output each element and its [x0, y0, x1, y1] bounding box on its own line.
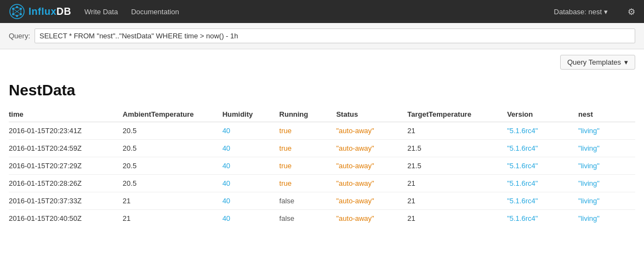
- cell-humidity: 40: [223, 210, 280, 227]
- table-header: time AmbientTemperature Humidity Running…: [9, 107, 635, 122]
- col-header-time: time: [9, 107, 123, 122]
- cell-target: 21: [407, 175, 507, 192]
- table-row: 2016-01-15T20:28:26Z 20.5 40 true "auto-…: [9, 175, 635, 192]
- cell-running: true: [280, 157, 337, 175]
- cell-ambient: 20.5: [123, 175, 223, 192]
- cell-version: "5.1.6rc4": [507, 122, 578, 140]
- cell-ambient: 20.5: [123, 157, 223, 175]
- cell-time: 2016-01-15T20:27:29Z: [9, 157, 123, 175]
- logo-text: InfluxDB: [29, 6, 71, 18]
- col-header-humidity: Humidity: [223, 107, 280, 122]
- cell-running: true: [280, 175, 337, 192]
- svg-line-13: [13, 9, 17, 12]
- col-header-version: Version: [507, 107, 578, 122]
- cell-ambient: 20.5: [123, 122, 223, 140]
- influxdb-logo[interactable]: InfluxDB: [9, 3, 71, 20]
- gear-icon[interactable]: ⚙: [628, 7, 635, 17]
- cell-version: "5.1.6rc4": [507, 192, 578, 210]
- cell-version: "5.1.6rc4": [507, 175, 578, 192]
- cell-status: "auto-away": [336, 157, 407, 175]
- table-row: 2016-01-15T20:37:33Z 21 40 false "auto-a…: [9, 192, 635, 210]
- cell-status: "auto-away": [336, 122, 407, 140]
- cell-target: 21: [407, 210, 507, 227]
- cell-nest: "living": [578, 122, 635, 140]
- cell-status: "auto-away": [336, 140, 407, 157]
- cell-nest: "living": [578, 175, 635, 192]
- cell-running: false: [280, 210, 337, 227]
- cell-time: 2016-01-15T20:37:33Z: [9, 192, 123, 210]
- result-title: NestData: [9, 82, 635, 99]
- query-templates-chevron: ▾: [624, 58, 628, 66]
- table-row: 2016-01-15T20:23:41Z 20.5 40 true "auto-…: [9, 122, 635, 140]
- cell-nest: "living": [578, 157, 635, 175]
- cell-version: "5.1.6rc4": [507, 157, 578, 175]
- cell-humidity: 40: [223, 175, 280, 192]
- cell-status: "auto-away": [336, 192, 407, 210]
- cell-humidity: 40: [223, 192, 280, 210]
- cell-nest: "living": [578, 140, 635, 157]
- main-content: NestData time AmbientTemperature Humidit…: [0, 73, 644, 227]
- cell-status: "auto-away": [336, 175, 407, 192]
- cell-time: 2016-01-15T20:24:59Z: [9, 140, 123, 157]
- col-header-ambient: AmbientTemperature: [123, 107, 223, 122]
- col-header-target: TargetTemperature: [407, 107, 507, 122]
- cell-running: false: [280, 192, 337, 210]
- table-body: 2016-01-15T20:23:41Z 20.5 40 true "auto-…: [9, 122, 635, 227]
- cell-target: 21.5: [407, 157, 507, 175]
- cell-ambient: 20.5: [123, 140, 223, 157]
- cell-running: true: [280, 140, 337, 157]
- cell-time: 2016-01-15T20:40:50Z: [9, 210, 123, 227]
- col-header-running: Running: [280, 107, 337, 122]
- svg-line-16: [17, 12, 21, 14]
- cell-version: "5.1.6rc4": [507, 210, 578, 227]
- cell-target: 21: [407, 122, 507, 140]
- logo-db: DB: [56, 6, 71, 17]
- cell-target: 21.5: [407, 140, 507, 157]
- table-header-row: time AmbientTemperature Humidity Running…: [9, 107, 635, 122]
- table-row: 2016-01-15T20:24:59Z 20.5 40 true "auto-…: [9, 140, 635, 157]
- query-bar: Query:: [0, 23, 644, 49]
- cell-running: true: [280, 122, 337, 140]
- brand: InfluxDB: [9, 3, 71, 20]
- table-row: 2016-01-15T20:40:50Z 21 40 false "auto-a…: [9, 210, 635, 227]
- cell-target: 21: [407, 192, 507, 210]
- cell-time: 2016-01-15T20:28:26Z: [9, 175, 123, 192]
- query-templates-button[interactable]: Query Templates ▾: [560, 55, 635, 70]
- query-input[interactable]: [35, 28, 635, 43]
- logo-influx: Influx: [29, 6, 56, 17]
- table-row: 2016-01-15T20:27:29Z 20.5 40 true "auto-…: [9, 157, 635, 175]
- database-selector[interactable]: Database: nest ▾: [554, 8, 608, 16]
- navbar: InfluxDB Write Data Documentation Databa…: [0, 0, 644, 23]
- query-templates-label: Query Templates: [567, 58, 621, 66]
- data-table: time AmbientTemperature Humidity Running…: [9, 107, 635, 227]
- cell-time: 2016-01-15T20:23:41Z: [9, 122, 123, 140]
- chevron-down-icon: ▾: [604, 8, 608, 16]
- cell-humidity: 40: [223, 122, 280, 140]
- database-selector-label: Database: nest: [554, 8, 602, 16]
- logo-icon: [9, 3, 25, 20]
- svg-line-15: [13, 12, 17, 14]
- nav-write-data[interactable]: Write Data: [84, 8, 118, 16]
- cell-nest: "living": [578, 192, 635, 210]
- svg-line-14: [17, 9, 21, 12]
- query-label: Query:: [9, 32, 30, 40]
- cell-humidity: 40: [223, 140, 280, 157]
- cell-ambient: 21: [123, 192, 223, 210]
- cell-nest: "living": [578, 210, 635, 227]
- cell-version: "5.1.6rc4": [507, 140, 578, 157]
- cell-humidity: 40: [223, 157, 280, 175]
- cell-status: "auto-away": [336, 210, 407, 227]
- col-header-status: Status: [336, 107, 407, 122]
- cell-ambient: 21: [123, 210, 223, 227]
- nav-documentation[interactable]: Documentation: [131, 8, 179, 16]
- col-header-nest: nest: [578, 107, 635, 122]
- query-templates-row: Query Templates ▾: [0, 49, 644, 73]
